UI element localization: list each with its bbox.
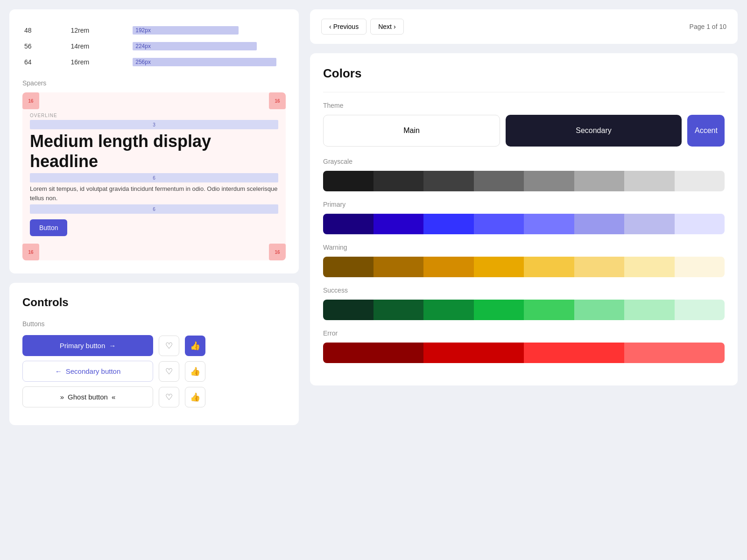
next-button[interactable]: Next › bbox=[370, 19, 403, 35]
corner-br: 16 bbox=[269, 244, 286, 260]
next-label: Next bbox=[378, 23, 392, 30]
color-swatch bbox=[323, 300, 374, 320]
theme-main-button[interactable]: Main bbox=[323, 115, 500, 147]
spacers-label: Spacers bbox=[22, 79, 286, 87]
color-swatch bbox=[574, 171, 625, 191]
size-bar: 192px bbox=[133, 26, 239, 35]
primary-label: Primary bbox=[323, 201, 725, 208]
ghost-button-row: » Ghost button « ♡ 👍 bbox=[22, 386, 286, 407]
size-value: 56 bbox=[22, 38, 69, 54]
color-swatch bbox=[524, 214, 574, 234]
color-swatch bbox=[675, 214, 725, 234]
thumbsup-icon-outlined-3[interactable]: 👍 bbox=[185, 387, 205, 407]
heart-icon-outlined-2[interactable]: ♡ bbox=[159, 361, 179, 382]
colors-card: Colors Theme Main Secondary Accent Grays… bbox=[310, 53, 738, 385]
success-label: Success bbox=[323, 287, 725, 294]
size-bar-cell: 256px bbox=[131, 54, 286, 70]
primary-button-row: Primary button → ♡ 👍 bbox=[22, 335, 286, 356]
secondary-button-arrow: ← bbox=[55, 367, 62, 375]
table-row: 64 16rem 256px bbox=[22, 54, 286, 70]
pagination-card: ‹ Previous Next › Page 1 of 10 bbox=[310, 9, 738, 44]
divider-1 bbox=[323, 92, 725, 92]
demo-button[interactable]: Button bbox=[30, 219, 67, 236]
ghost-button-guillemet-right: « bbox=[112, 393, 115, 401]
sizes-spacers-card: 48 12rem 192px 56 14rem 224px 64 16rem 2… bbox=[9, 9, 299, 273]
spacer-demo: 16 16 OVERLINE 3 Medium length display h… bbox=[22, 92, 286, 260]
spacer-bottom-corners: 16 16 bbox=[22, 244, 286, 260]
previous-button[interactable]: ‹ Previous bbox=[321, 19, 366, 35]
color-swatch bbox=[675, 257, 725, 277]
controls-title: Controls bbox=[22, 296, 286, 309]
color-swatch bbox=[624, 257, 675, 277]
warning-label: Warning bbox=[323, 244, 725, 251]
spacing-indicator-2: 6 bbox=[30, 173, 278, 182]
heart-icon-2: ♡ bbox=[165, 366, 173, 377]
page-info: Page 1 of 10 bbox=[690, 23, 726, 30]
success-scale bbox=[323, 300, 725, 320]
primary-scale bbox=[323, 214, 725, 234]
color-swatch bbox=[675, 171, 725, 191]
primary-section: Primary bbox=[323, 201, 725, 234]
primary-button[interactable]: Primary button → bbox=[22, 335, 153, 356]
color-swatch bbox=[574, 257, 625, 277]
thumbsup-icon-filled-1[interactable]: 👍 bbox=[185, 336, 205, 356]
color-swatch bbox=[423, 257, 474, 277]
size-value: 48 bbox=[22, 22, 69, 38]
color-swatch bbox=[474, 171, 524, 191]
color-swatch bbox=[524, 171, 574, 191]
color-swatch bbox=[624, 300, 675, 320]
theme-accent-button[interactable]: Accent bbox=[687, 115, 725, 147]
error-label: Error bbox=[323, 329, 725, 337]
color-swatch bbox=[374, 214, 424, 234]
left-panel: 48 12rem 192px 56 14rem 224px 64 16rem 2… bbox=[9, 9, 299, 551]
ghost-button-label: Ghost button bbox=[68, 393, 108, 401]
ghost-button[interactable]: » Ghost button « bbox=[22, 386, 153, 407]
thumbsup-icon-2: 👍 bbox=[190, 366, 200, 377]
spacer-inner: OVERLINE 3 Medium length display headlin… bbox=[22, 109, 286, 244]
error-scale bbox=[323, 343, 725, 363]
size-bar-cell: 224px bbox=[131, 38, 286, 54]
color-swatch bbox=[323, 257, 374, 277]
secondary-button-row: ← Secondary button ♡ 👍 bbox=[22, 361, 286, 382]
table-row: 56 14rem 224px bbox=[22, 38, 286, 54]
table-row: 48 12rem 192px bbox=[22, 22, 286, 38]
size-rem: 12rem bbox=[69, 22, 131, 38]
controls-card: Controls Buttons Primary button → ♡ 👍 ← … bbox=[9, 283, 299, 425]
thumbsup-icon-3: 👍 bbox=[190, 392, 200, 402]
warning-scale bbox=[323, 257, 725, 277]
color-swatch bbox=[374, 300, 424, 320]
color-swatch bbox=[524, 300, 574, 320]
spacing-indicator-3: 6 bbox=[30, 204, 278, 214]
corner-tl: 16 bbox=[22, 92, 39, 109]
primary-button-arrow: → bbox=[109, 342, 116, 350]
color-swatch bbox=[374, 257, 424, 277]
primary-button-label: Primary button bbox=[60, 342, 106, 350]
spacer-top-corners: 16 16 bbox=[22, 92, 286, 109]
overline-text: OVERLINE bbox=[30, 113, 278, 118]
grayscale-scale bbox=[323, 171, 725, 191]
heart-icon-outlined-1[interactable]: ♡ bbox=[159, 336, 179, 356]
chevron-right-icon: › bbox=[394, 23, 396, 30]
size-bar-cell: 192px bbox=[131, 22, 286, 38]
color-swatch bbox=[474, 257, 524, 277]
body-text: Lorem sit tempus, id volutpat gravida ti… bbox=[30, 184, 278, 203]
error-section: Error bbox=[323, 329, 725, 363]
right-panel: ‹ Previous Next › Page 1 of 10 Colors Th… bbox=[310, 9, 738, 551]
color-swatch bbox=[323, 343, 423, 363]
color-swatch bbox=[423, 343, 524, 363]
color-swatch bbox=[474, 214, 524, 234]
color-swatch bbox=[323, 171, 374, 191]
theme-secondary-button[interactable]: Secondary bbox=[506, 115, 682, 147]
color-swatch bbox=[624, 343, 725, 363]
secondary-button[interactable]: ← Secondary button bbox=[22, 361, 153, 382]
thumbsup-icon-outlined-2[interactable]: 👍 bbox=[185, 361, 205, 382]
color-swatch bbox=[624, 214, 675, 234]
sizes-table: 48 12rem 192px 56 14rem 224px 64 16rem 2… bbox=[22, 22, 286, 70]
size-bar: 256px bbox=[133, 58, 276, 66]
size-bar: 224px bbox=[133, 42, 257, 50]
success-section: Success bbox=[323, 287, 725, 320]
color-swatch bbox=[574, 214, 625, 234]
size-rem: 14rem bbox=[69, 38, 131, 54]
heart-icon-outlined-3[interactable]: ♡ bbox=[159, 387, 179, 407]
color-swatch bbox=[524, 257, 574, 277]
